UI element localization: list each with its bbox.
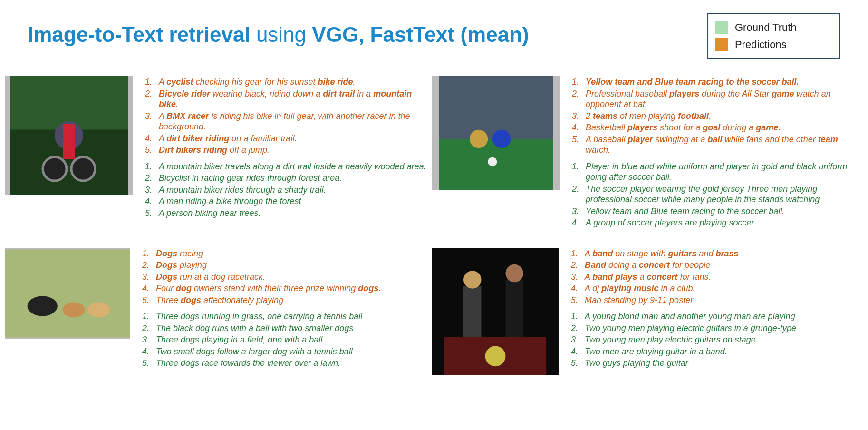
list-item: 1.A young blond man and another young ma… xyxy=(568,311,854,322)
item-number: 3. xyxy=(142,185,152,195)
item-number: 3. xyxy=(139,272,149,283)
list-item: 3.2 teams of men playing football. xyxy=(569,110,854,122)
title-bold-2: VGG, FastText (mean) xyxy=(312,23,529,46)
caption-lists: 1.A band on stage with guitars and brass… xyxy=(568,248,854,374)
result-panel: 1.Dogs racing2.Dogs playing3.Dogs run at… xyxy=(5,248,427,375)
list-item: 5.Two guys playing the guitar xyxy=(568,357,854,369)
item-number: 3. xyxy=(568,272,578,283)
legend-label-pred: Predictions xyxy=(735,39,787,51)
title-bold-1: Image-to-Text retrieval xyxy=(28,23,251,46)
example-image xyxy=(5,248,130,339)
item-number: 4. xyxy=(139,283,149,294)
list-item: 4.Two men are playing guitar in a band. xyxy=(568,346,854,358)
example-image xyxy=(432,248,559,375)
item-number: 4. xyxy=(142,133,152,144)
ground-truth-text: Two young men playing electric guitars i… xyxy=(585,323,796,334)
item-number: 5. xyxy=(142,145,152,156)
item-number: 5. xyxy=(569,134,579,156)
list-item: 4.Two small dogs follow a larger dog wit… xyxy=(139,346,427,358)
item-number: 2. xyxy=(139,323,149,334)
ground-truth-list: 1.A young blond man and another young ma… xyxy=(568,311,854,369)
item-number: 3. xyxy=(142,111,152,132)
list-item: 2.The black dog runs with a ball with tw… xyxy=(139,322,427,334)
list-item: 5.Man standing by 9-11 poster xyxy=(568,294,854,306)
ground-truth-text: Two guys playing the guitar xyxy=(585,358,688,369)
prediction-text: Dirt bikers riding off a jump. xyxy=(159,145,270,156)
list-item: 4.Four dog owners stand with their three… xyxy=(139,283,427,294)
svg-point-9 xyxy=(492,130,511,148)
list-item: 2.Band doing a concert for people xyxy=(568,259,854,271)
caption-lists: 1.A cyclist checking his gear for his su… xyxy=(142,76,427,224)
ground-truth-text: Two young men play electric guitars on s… xyxy=(585,334,758,345)
item-number: 2. xyxy=(569,184,579,205)
prediction-text: Bicycle rider wearing black, riding down… xyxy=(159,88,427,110)
prediction-text: Yellow team and Blue team racing to the … xyxy=(586,77,799,88)
svg-rect-5 xyxy=(63,124,75,159)
list-item: 4.Basketball players shoot for a goal du… xyxy=(569,122,854,134)
ground-truth-text: A man riding a bike through the forest xyxy=(159,196,301,207)
list-item: 3.Two young men play electric guitars on… xyxy=(568,334,854,346)
list-item: 1.Yellow team and Blue team racing to th… xyxy=(569,76,854,88)
list-item: 4.A man riding a bike through the forest xyxy=(142,195,427,207)
item-number: 2. xyxy=(139,260,149,271)
item-number: 5. xyxy=(568,358,578,369)
svg-rect-11 xyxy=(5,249,130,337)
svg-point-10 xyxy=(488,157,497,166)
legend-box: Ground Truth Predictions xyxy=(707,13,840,59)
item-number: 1. xyxy=(569,161,579,183)
ground-truth-text: The black dog runs with a ball with two … xyxy=(156,323,353,334)
ground-truth-text: Three dogs playing in a field, one with … xyxy=(156,334,322,345)
item-number: 5. xyxy=(139,295,149,306)
list-item: 1.Dogs racing xyxy=(139,248,427,260)
item-number: 1. xyxy=(139,248,149,259)
item-number: 5. xyxy=(139,358,149,369)
ground-truth-text: A mountain biker rides through a shady t… xyxy=(159,185,326,195)
prediction-text: Professional baseball players during the… xyxy=(586,88,854,110)
item-number: 3. xyxy=(569,206,579,217)
prediction-text: Three dogs affectionately playing xyxy=(156,295,283,306)
list-item: 5.Three dogs affectionately playing xyxy=(139,294,427,306)
ground-truth-text: A young blond man and another young man … xyxy=(585,311,795,322)
example-image xyxy=(432,76,560,190)
item-number: 2. xyxy=(568,323,578,334)
svg-rect-19 xyxy=(505,280,523,337)
list-item: 2.The soccer player wearing the gold jer… xyxy=(569,183,854,205)
list-item: 5.Three dogs race towards the viewer ove… xyxy=(139,357,427,369)
ground-truth-text: Two men are playing guitar in a band. xyxy=(585,346,727,357)
item-number: 5. xyxy=(568,295,578,306)
prediction-text: Four dog owners stand with their three p… xyxy=(156,283,381,294)
ground-truth-text: Bicyclist in racing gear rides through f… xyxy=(159,173,342,184)
item-number: 2. xyxy=(142,173,152,184)
svg-point-20 xyxy=(505,264,523,282)
item-number: 1. xyxy=(139,311,149,322)
title-plain-1: using xyxy=(251,23,312,46)
legend-label-gt: Ground Truth xyxy=(735,21,797,34)
prediction-text: Dogs playing xyxy=(156,260,207,271)
caption-lists: 1.Yellow team and Blue team racing to th… xyxy=(569,76,854,234)
list-item: 3.A BMX racer is riding his bike in full… xyxy=(142,110,427,133)
predictions-list: 1.A cyclist checking his gear for his su… xyxy=(142,76,427,156)
list-item: 1.Three dogs running in grass, one carry… xyxy=(139,311,427,322)
ground-truth-list: 1.A mountain biker travels along a dirt … xyxy=(142,161,427,219)
list-item: 2.Bicyclist in racing gear rides through… xyxy=(142,172,427,184)
list-item: 2.Two young men playing electric guitars… xyxy=(568,322,854,334)
ground-truth-text: A group of soccer players are playing so… xyxy=(586,217,756,228)
prediction-text: A dj playing music in a club. xyxy=(585,283,695,294)
swatch-ground-truth xyxy=(715,21,728,34)
prediction-text: Dogs run at a dog racetrack. xyxy=(156,272,265,283)
ground-truth-list: 1.Player in blue and white uniform and p… xyxy=(569,161,854,229)
prediction-text: Man standing by 9-11 poster xyxy=(585,295,693,306)
item-number: 3. xyxy=(139,334,149,345)
predictions-list: 1.Dogs racing2.Dogs playing3.Dogs run at… xyxy=(139,248,427,306)
item-number: 4. xyxy=(142,196,152,207)
caption-lists: 1.Dogs racing2.Dogs playing3.Dogs run at… xyxy=(139,248,427,374)
list-item: 3.A band plays a concert for fans. xyxy=(568,271,854,283)
legend-row-gt: Ground Truth xyxy=(715,19,833,36)
ground-truth-text: Yellow team and Blue team racing to the … xyxy=(586,206,784,217)
item-number: 2. xyxy=(568,260,578,271)
item-number: 1. xyxy=(568,248,578,259)
item-number: 5. xyxy=(142,208,152,219)
prediction-text: A BMX racer is riding his bike in full g… xyxy=(159,111,427,132)
list-item: 3.A mountain biker rides through a shady… xyxy=(142,184,427,196)
prediction-text: A cyclist checking his gear for his suns… xyxy=(159,77,356,88)
